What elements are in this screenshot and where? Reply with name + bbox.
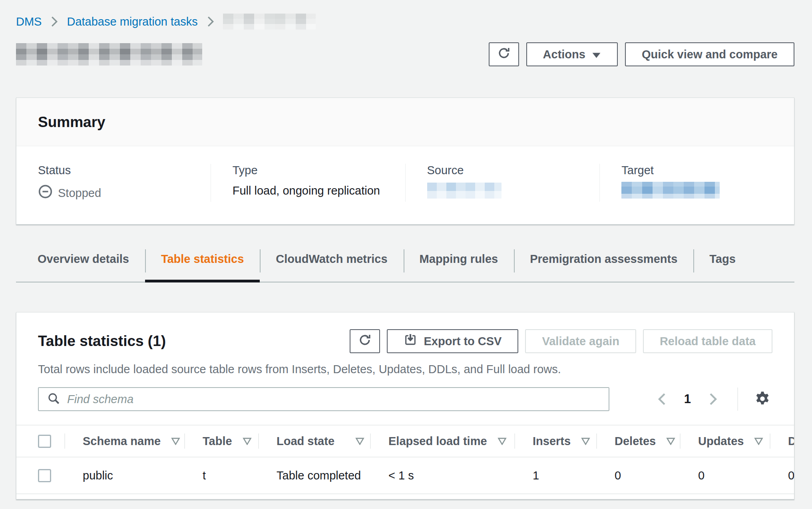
column-header-deletes[interactable]: Deletes (597, 425, 681, 457)
target-value-redacted[interactable] (621, 182, 720, 199)
column-header-elapsed-load-time[interactable]: Elapsed load time (371, 425, 515, 457)
cell-ddls-clipped: 0 (770, 457, 794, 494)
sort-icon[interactable] (498, 435, 507, 447)
export-button-label: Export to CSV (424, 335, 502, 348)
actions-button-label: Actions (543, 48, 585, 61)
reload-table-data-button[interactable]: Reload table data (643, 329, 772, 353)
table-statistics-description: Total rows include loaded source table r… (38, 363, 772, 376)
validate-button-label: Validate again (542, 335, 619, 348)
sort-icon[interactable] (666, 435, 675, 447)
refresh-button[interactable] (489, 42, 519, 66)
type-value: Full load, ongoing replication (233, 184, 384, 197)
tab-mapping-rules[interactable]: Mapping rules (404, 248, 514, 282)
summary-body: Status Stopped Type Full load, ongoing r… (16, 146, 794, 224)
validate-again-button[interactable]: Validate again (525, 329, 636, 353)
task-detail-tabs: Overview details Table statistics CloudW… (16, 248, 794, 282)
cell-inserts: 1 (515, 457, 597, 494)
summary-field-type: Type Full load, ongoing replication (211, 164, 405, 202)
quick-view-and-compare-button[interactable]: Quick view and compare (625, 42, 794, 66)
sort-icon[interactable] (355, 435, 364, 447)
quick-view-button-label: Quick view and compare (642, 48, 778, 61)
caret-down-icon (592, 48, 601, 61)
cell-updates: 0 (681, 457, 770, 494)
tab-table-statistics[interactable]: Table statistics (145, 248, 260, 282)
refresh-icon (497, 46, 511, 63)
status-text: Stopped (58, 187, 101, 200)
column-header-ddls-clipped[interactable]: D (770, 425, 794, 457)
sort-icon[interactable] (754, 435, 763, 447)
table-refresh-button[interactable] (350, 329, 380, 353)
summary-title: Summary (38, 114, 772, 131)
table-statistics-buttons: Export to CSV Validate again Reload tabl… (350, 329, 772, 353)
breadcrumb: DMS Database migration tasks (16, 14, 794, 30)
summary-card-header: Summary (16, 98, 794, 146)
table-statistics-table: Schema name Table Load state (16, 425, 794, 494)
table-search-row: 1 (38, 387, 772, 425)
next-page-button[interactable] (705, 390, 721, 408)
summary-field-target: Target (599, 164, 794, 202)
search-icon (48, 392, 60, 406)
sort-icon[interactable] (171, 435, 180, 447)
row-checkbox[interactable] (38, 469, 51, 482)
summary-field-source: Source (405, 164, 600, 202)
table-statistics-card: Table statistics (1) (16, 312, 794, 499)
tab-cloudwatch-metrics[interactable]: CloudWatch metrics (260, 248, 403, 282)
cell-load-state: Table completed (259, 457, 371, 494)
download-icon (404, 333, 417, 350)
summary-field-label: Status (38, 164, 189, 177)
select-all-checkbox[interactable] (38, 435, 51, 448)
breadcrumb-link-tasks[interactable]: Database migration tasks (67, 15, 197, 28)
column-header-updates[interactable]: Updates (681, 425, 770, 457)
page-title-redacted (16, 43, 202, 66)
find-schema-input[interactable] (67, 393, 600, 406)
breadcrumb-separator-icon (207, 16, 214, 27)
cell-elapsed-load-time: < 1 s (371, 457, 515, 494)
summary-field-label: Type (233, 164, 384, 177)
column-header-table[interactable]: Table (185, 425, 259, 457)
export-to-csv-button[interactable]: Export to CSV (387, 329, 518, 353)
status-value: Stopped (38, 184, 189, 202)
tab-premigration-assessments[interactable]: Premigration assessments (514, 248, 693, 282)
cell-table: t (185, 457, 259, 494)
tab-tags[interactable]: Tags (693, 248, 752, 282)
table-row[interactable]: public t Table completed < 1 s 1 0 0 0 (16, 457, 794, 494)
reload-button-label: Reload table data (660, 335, 756, 348)
page-title-row: Actions Quick view and compare (16, 42, 794, 66)
schema-search-box (38, 387, 609, 411)
pagination-divider (737, 388, 738, 411)
actions-button[interactable]: Actions (526, 42, 618, 66)
column-header-inserts[interactable]: Inserts (515, 425, 597, 457)
previous-page-button[interactable] (654, 390, 671, 408)
column-header-schema-name[interactable]: Schema name (65, 425, 185, 457)
source-value-redacted[interactable] (427, 183, 502, 199)
cell-schema-name: public (65, 457, 185, 494)
column-header-load-state[interactable]: Load state (259, 425, 371, 457)
page-header-buttons: Actions Quick view and compare (489, 42, 794, 66)
table-header-row: Schema name Table Load state (16, 425, 794, 457)
tab-overview-details[interactable]: Overview details (22, 248, 145, 282)
pagination: 1 (654, 388, 772, 411)
breadcrumb-separator-icon (50, 16, 58, 27)
card-bottom-padding (16, 494, 794, 499)
refresh-icon (358, 333, 372, 350)
sort-icon[interactable] (243, 435, 252, 447)
stopped-icon (38, 184, 53, 202)
sort-icon[interactable] (581, 435, 590, 447)
summary-card: Summary Status Stopped Type Full load, o… (16, 97, 794, 225)
summary-field-label: Target (621, 164, 772, 177)
table-preferences-button[interactable] (752, 389, 772, 410)
table-statistics-title: Table statistics (1) (38, 333, 166, 350)
breadcrumb-link-dms[interactable]: DMS (16, 15, 42, 28)
breadcrumb-current-redacted (223, 14, 316, 30)
gear-icon (754, 390, 771, 408)
summary-field-status: Status Stopped (16, 164, 211, 202)
dms-task-page: DMS Database migration tasks Actions (0, 0, 812, 499)
current-page-number[interactable]: 1 (684, 392, 691, 406)
summary-field-label: Source (427, 164, 578, 177)
table-statistics-header: Table statistics (1) (16, 312, 794, 425)
cell-deletes: 0 (597, 457, 681, 494)
